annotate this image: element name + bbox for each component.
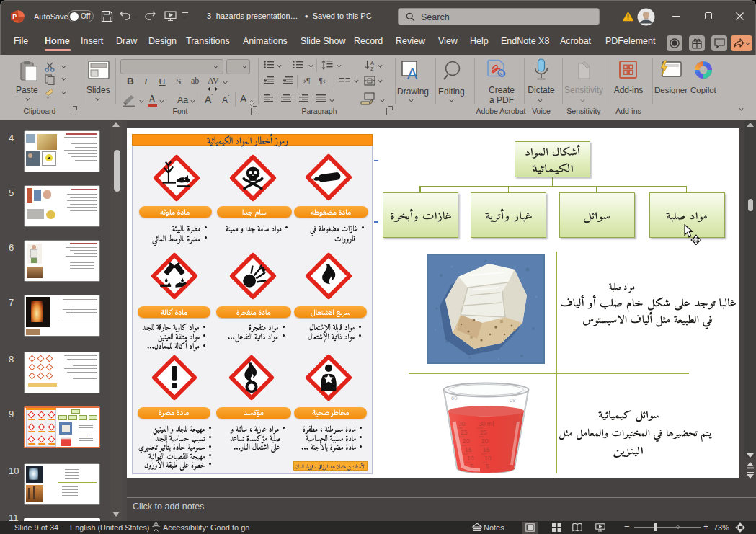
svg-text:P: P: [12, 13, 17, 20]
svg-text:10: 10: [484, 455, 492, 462]
svg-text:30: 30: [458, 420, 466, 427]
svg-text:20: 20: [481, 437, 489, 445]
svg-text:20: 20: [463, 437, 470, 445]
svg-text:15: 15: [465, 446, 472, 453]
svg-text:30 ml: 30 ml: [479, 420, 494, 427]
svg-text:5: 5: [486, 463, 489, 470]
svg-text:Z: Z: [370, 66, 374, 71]
svg-text:10: 10: [467, 455, 474, 462]
svg-text:08: 08: [510, 397, 515, 404]
svg-text:25: 25: [461, 429, 468, 436]
svg-text:15: 15: [483, 446, 490, 453]
svg-text:A: A: [407, 65, 418, 81]
svg-text:25: 25: [480, 429, 487, 436]
svg-text:60: 60: [451, 395, 457, 401]
